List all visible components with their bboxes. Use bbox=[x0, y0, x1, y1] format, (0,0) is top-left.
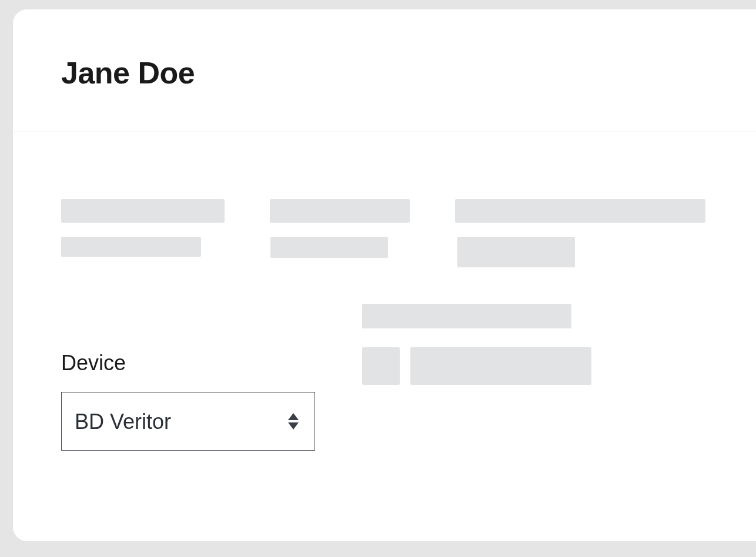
page-title: Jane Doe bbox=[61, 55, 756, 90]
device-select-wrapper: BD Veritor bbox=[61, 392, 315, 451]
card-header: Jane Doe bbox=[13, 9, 756, 132]
skeleton-placeholder bbox=[270, 237, 388, 258]
skeleton-row bbox=[61, 199, 708, 223]
skeleton-placeholder bbox=[410, 347, 591, 385]
skeleton-placeholder bbox=[61, 237, 201, 257]
skeleton-placeholder bbox=[455, 199, 705, 223]
form-row: Device BD Veritor bbox=[61, 351, 708, 451]
device-select[interactable]: BD Veritor bbox=[61, 392, 315, 451]
card-content: Device BD Veritor bbox=[13, 132, 756, 451]
device-field-group: Device BD Veritor bbox=[61, 351, 315, 451]
skeleton-placeholder bbox=[457, 237, 575, 267]
skeleton-placeholder bbox=[61, 199, 225, 223]
device-label: Device bbox=[61, 351, 315, 375]
skeleton-group bbox=[362, 304, 591, 385]
skeleton-placeholder bbox=[362, 347, 400, 385]
skeleton-placeholder bbox=[270, 199, 410, 223]
skeleton-placeholder bbox=[362, 304, 571, 328]
skeleton-row bbox=[362, 347, 591, 385]
skeleton-row bbox=[61, 237, 708, 267]
detail-card: Jane Doe Device BD Veritor bbox=[13, 9, 756, 541]
